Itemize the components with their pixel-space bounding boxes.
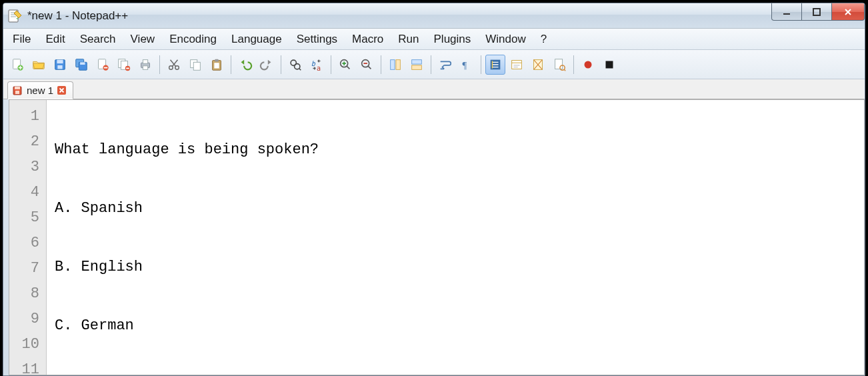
svg-rect-6 xyxy=(57,59,63,63)
close-file-icon[interactable] xyxy=(93,55,113,75)
replace-icon[interactable]: ba xyxy=(307,55,327,75)
close-all-icon[interactable] xyxy=(114,55,134,75)
svg-rect-27 xyxy=(214,63,219,68)
open-file-icon[interactable] xyxy=(29,55,49,75)
svg-point-44 xyxy=(585,61,592,68)
code-line: What language is being spoken? xyxy=(55,137,864,163)
svg-rect-47 xyxy=(15,87,20,89)
menu-bar: File Edit Search View Encoding Language … xyxy=(3,29,865,50)
copy-icon[interactable] xyxy=(185,55,205,75)
app-window: *new 1 - Notepad++ File Edit Search View… xyxy=(3,3,865,376)
svg-text:a: a xyxy=(317,65,321,72)
line-number: 9 xyxy=(9,307,46,332)
svg-rect-10 xyxy=(80,62,85,65)
svg-rect-20 xyxy=(143,65,147,69)
menu-language[interactable]: Language xyxy=(225,30,290,49)
zoom-in-icon[interactable] xyxy=(335,55,355,75)
svg-rect-1 xyxy=(783,13,790,15)
svg-text:¶: ¶ xyxy=(463,59,467,70)
tab-bar: new 1 xyxy=(3,79,865,99)
save-icon[interactable] xyxy=(50,55,70,75)
toolbar-separator xyxy=(231,55,231,74)
tab-close-icon[interactable] xyxy=(57,86,66,95)
wrap-icon[interactable] xyxy=(435,55,455,75)
new-file-icon[interactable] xyxy=(7,55,27,75)
svg-rect-45 xyxy=(606,61,613,68)
doc-map-icon[interactable] xyxy=(528,55,548,75)
window-title: *new 1 - Notepad++ xyxy=(27,9,128,23)
toolbar-separator xyxy=(331,55,331,74)
line-number: 5 xyxy=(9,205,46,231)
paste-icon[interactable] xyxy=(207,55,227,75)
toolbar: ba ¶ xyxy=(3,50,865,79)
app-icon xyxy=(6,7,23,25)
close-button[interactable] xyxy=(831,3,865,21)
line-number: 6 xyxy=(9,231,46,256)
svg-rect-35 xyxy=(396,59,400,69)
function-list-icon[interactable] xyxy=(549,55,569,75)
svg-rect-36 xyxy=(412,59,422,63)
toolbar-separator xyxy=(481,55,481,74)
code-line: D. French xyxy=(55,372,864,376)
svg-rect-19 xyxy=(143,59,147,63)
show-ws-icon[interactable]: ¶ xyxy=(457,55,477,75)
svg-rect-24 xyxy=(193,62,200,70)
unsaved-file-icon xyxy=(12,85,23,96)
svg-rect-40 xyxy=(512,60,522,69)
svg-text:b: b xyxy=(311,59,316,67)
sync-h-icon[interactable] xyxy=(407,55,427,75)
code-line: C. German xyxy=(55,313,864,339)
svg-rect-7 xyxy=(57,65,62,69)
title-bar: *new 1 - Notepad++ xyxy=(3,3,865,29)
user-lang-icon[interactable] xyxy=(507,55,527,75)
line-number: 2 xyxy=(9,129,46,155)
svg-rect-13 xyxy=(104,67,108,68)
svg-rect-2 xyxy=(813,9,820,15)
svg-rect-37 xyxy=(412,65,422,69)
toolbar-separator xyxy=(381,55,381,74)
stop-macro-icon[interactable] xyxy=(599,55,619,75)
tab-label: new 1 xyxy=(27,85,53,96)
minimize-button[interactable] xyxy=(771,3,802,21)
zoom-out-icon[interactable] xyxy=(357,55,377,75)
code-area[interactable]: What language is being spoken? A. Spanis… xyxy=(47,100,864,375)
window-controls xyxy=(772,3,865,21)
menu-view[interactable]: View xyxy=(124,30,163,49)
find-icon[interactable] xyxy=(285,55,305,75)
cut-icon[interactable] xyxy=(164,55,184,75)
code-line: A. Spanish xyxy=(55,196,864,221)
menu-run[interactable]: Run xyxy=(391,30,427,49)
svg-rect-17 xyxy=(126,67,129,69)
menu-window[interactable]: Window xyxy=(479,30,533,49)
menu-encoding[interactable]: Encoding xyxy=(163,30,225,49)
menu-plugins[interactable]: Plugins xyxy=(427,30,479,49)
indent-guide-icon[interactable] xyxy=(485,55,505,75)
menu-search[interactable]: Search xyxy=(73,30,124,49)
svg-rect-34 xyxy=(391,59,395,69)
toolbar-separator xyxy=(573,55,574,74)
menu-help[interactable]: ? xyxy=(534,30,555,49)
menu-file[interactable]: File xyxy=(6,30,39,49)
svg-rect-42 xyxy=(555,59,563,69)
line-number: 10 xyxy=(9,332,46,357)
toolbar-separator xyxy=(159,55,160,74)
sync-v-icon[interactable] xyxy=(385,55,405,75)
toolbar-separator xyxy=(281,55,281,74)
menu-macro[interactable]: Macro xyxy=(345,30,391,49)
line-number: 1 xyxy=(9,104,46,129)
code-line: B. English xyxy=(55,255,864,280)
record-macro-icon[interactable] xyxy=(578,55,598,75)
editor[interactable]: 1 2 3 4 5 6 7 8 9 10 11 What language is… xyxy=(9,99,865,375)
tab-document[interactable]: new 1 xyxy=(7,81,73,99)
line-number: 11 xyxy=(9,357,46,376)
menu-edit[interactable]: Edit xyxy=(39,30,73,49)
line-number: 3 xyxy=(9,155,46,180)
print-icon[interactable] xyxy=(135,55,155,75)
toolbar-separator xyxy=(431,55,431,74)
redo-icon[interactable] xyxy=(257,55,277,75)
save-all-icon[interactable] xyxy=(71,55,91,75)
menu-settings[interactable]: Settings xyxy=(290,30,345,49)
undo-icon[interactable] xyxy=(235,55,255,75)
maximize-button[interactable] xyxy=(801,3,832,21)
line-number: 4 xyxy=(9,180,46,205)
